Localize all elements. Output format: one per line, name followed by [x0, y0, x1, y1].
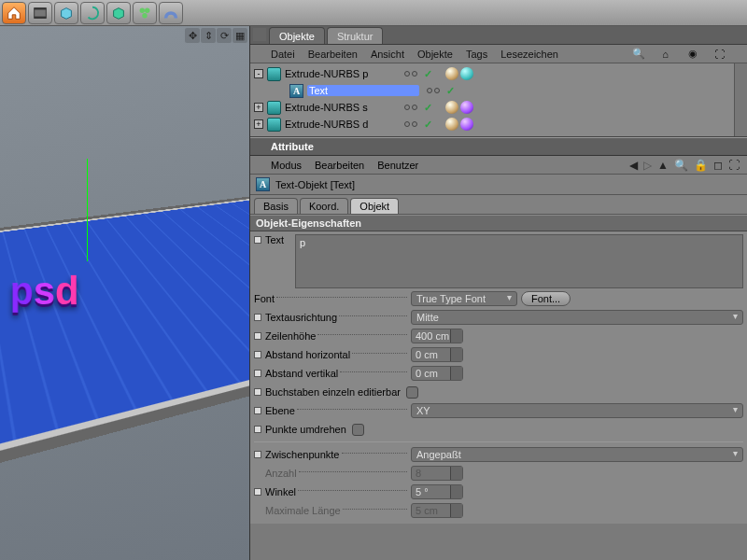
object-tree: -Extrude-NURBS p✓AText✓+Extrude-NURBS s✓…	[250, 63, 747, 137]
expand-toggle[interactable]: +	[254, 103, 263, 112]
lineheight-label: Zeilenhöhe	[265, 330, 316, 342]
tree-row[interactable]: +Extrude-NURBS s✓	[254, 99, 743, 116]
tree-row[interactable]: +Extrude-NURBS d✓	[254, 116, 743, 133]
svg-rect-1	[35, 7, 47, 9]
flip-label: Punkte umdrehen	[265, 424, 346, 435]
enable-check-icon[interactable]: ✓	[424, 102, 432, 114]
svg-point-4	[145, 7, 149, 12]
pan-icon[interactable]: ✥	[185, 28, 200, 43]
attribute-header: Attribute	[250, 137, 747, 156]
shape-button[interactable]	[133, 2, 157, 24]
tree-label[interactable]: Extrude-NURBS s	[285, 102, 397, 113]
menu-bearbeiten[interactable]: Bearbeiten	[308, 49, 358, 60]
plane-label: Ebene	[265, 405, 295, 416]
bend-button[interactable]	[159, 2, 183, 24]
tree-label[interactable]: Extrude-NURBS d	[285, 119, 397, 130]
menu-objekte[interactable]: Objekte	[417, 49, 453, 60]
axis-line	[87, 159, 88, 261]
home-button[interactable]	[2, 2, 26, 24]
zoom-icon[interactable]: ⇕	[201, 28, 216, 43]
home-icon[interactable]: ⌂	[658, 47, 672, 61]
nav-up-icon[interactable]: ▲	[657, 159, 669, 172]
lock-icon[interactable]: 🔒	[694, 159, 708, 172]
align-label: Textausrichtung	[265, 312, 337, 323]
expand2-icon[interactable]: ⛶	[728, 159, 740, 172]
enable-check-icon[interactable]: ✓	[424, 68, 432, 80]
extrude-icon	[267, 67, 281, 81]
extrude-icon	[267, 118, 281, 132]
layout-icon[interactable]: ▦	[233, 28, 247, 43]
properties-list: Text p Font True Type Font Font... Texta…	[250, 231, 747, 524]
search-icon[interactable]: 🔍	[631, 47, 645, 61]
expand-toggle[interactable]: -	[254, 69, 263, 78]
menu-tags[interactable]: Tags	[466, 49, 487, 60]
hspace-label: Abstand horizontal	[265, 349, 350, 360]
flip-checkbox[interactable]	[352, 424, 364, 436]
menu-bearbeiten2[interactable]: Bearbeiten	[315, 160, 364, 171]
new-icon[interactable]: ◻	[713, 159, 723, 172]
menu-modus[interactable]: Modus	[271, 160, 302, 171]
eye-icon[interactable]: ◉	[685, 47, 699, 61]
menu-benutzer[interactable]: Benutzer	[377, 160, 418, 171]
panel-grip-icon[interactable]	[253, 28, 266, 41]
tab-objekte[interactable]: Objekte	[269, 27, 325, 44]
tag-icons[interactable]	[445, 118, 473, 131]
attribute-menu: Modus Bearbeiten Benutzer ◀ ▷ ▲ 🔍 🔒 ◻ ⛶	[250, 156, 747, 175]
viewport-nav-tools: ✥ ⇕ ⟳ ▦	[185, 28, 247, 43]
expand-toggle[interactable]: +	[254, 119, 263, 129]
vspace-label: Abstand vertikal	[265, 368, 338, 379]
expand-icon[interactable]: ⛶	[712, 47, 726, 61]
tree-row[interactable]: AText✓	[254, 82, 743, 99]
visibility-dots[interactable]	[427, 88, 440, 93]
hspace-field[interactable]: 0 cm	[411, 347, 463, 362]
tree-row[interactable]: -Extrude-NURBS p✓	[254, 65, 743, 82]
tree-label[interactable]: Extrude-NURBS p	[285, 68, 397, 79]
spiral-button[interactable]	[80, 2, 105, 24]
attribute-title: Text-Objekt [Text]	[275, 179, 355, 190]
align-dropdown[interactable]: Mitte	[411, 310, 743, 325]
count-label: Anzahl	[265, 468, 297, 479]
enable-check-icon[interactable]: ✓	[424, 119, 432, 131]
objects-tabs: Objekte Struktur	[250, 26, 747, 45]
tab-koord[interactable]: Koord.	[300, 198, 348, 214]
visibility-dots[interactable]	[404, 105, 417, 110]
font-type-dropdown[interactable]: True Type Font	[411, 291, 517, 306]
3d-viewport[interactable]: ✥ ⇕ ⟳ ▦ psd	[0, 26, 250, 560]
editable-label: Buchstaben einzeln editierbar	[265, 386, 401, 398]
nav-fwd-icon[interactable]: ▷	[643, 159, 652, 172]
svg-point-3	[140, 7, 145, 12]
plane-dropdown[interactable]: XY	[411, 403, 743, 418]
font-button[interactable]: Font...	[521, 291, 571, 306]
svg-rect-2	[35, 16, 47, 18]
interp-dropdown[interactable]: Angepaßt	[411, 447, 743, 462]
search2-icon[interactable]: 🔍	[674, 159, 688, 172]
font-label: Font	[254, 293, 275, 304]
film-button[interactable]	[28, 2, 52, 24]
menu-ansicht[interactable]: Ansicht	[371, 49, 404, 60]
text-field[interactable]: p	[295, 234, 743, 288]
attribute-title-row: A Text-Objekt [Text]	[250, 175, 747, 195]
tab-basis[interactable]: Basis	[254, 198, 298, 214]
editable-checkbox[interactable]	[406, 386, 418, 399]
tree-scrollbar[interactable]	[734, 63, 747, 136]
enable-check-icon[interactable]: ✓	[446, 85, 455, 97]
menu-lesezeichen[interactable]: Lesezeichen	[500, 49, 558, 60]
nav-back-icon[interactable]: ◀	[629, 159, 638, 172]
cube-button[interactable]	[54, 2, 78, 24]
visibility-dots[interactable]	[404, 71, 417, 77]
count-field: 8	[411, 466, 463, 481]
tab-struktur[interactable]: Struktur	[327, 27, 384, 44]
objects-menu: Datei Bearbeiten Ansicht Objekte Tags Le…	[250, 45, 747, 63]
viewport-3d-text: psd	[10, 269, 79, 314]
menu-datei[interactable]: Datei	[271, 49, 295, 60]
angle-field[interactable]: 5 °	[411, 484, 463, 499]
tree-label[interactable]: Text	[307, 85, 419, 96]
lineheight-field[interactable]: 400 cm	[411, 329, 463, 343]
orbit-icon[interactable]: ⟳	[217, 28, 232, 43]
tag-icons[interactable]	[445, 67, 473, 80]
visibility-dots[interactable]	[404, 121, 417, 127]
vspace-field[interactable]: 0 cm	[411, 366, 463, 381]
tag-icons[interactable]	[445, 101, 473, 114]
tab-objekt[interactable]: Objekt	[350, 198, 399, 214]
cube2-button[interactable]	[106, 2, 131, 24]
